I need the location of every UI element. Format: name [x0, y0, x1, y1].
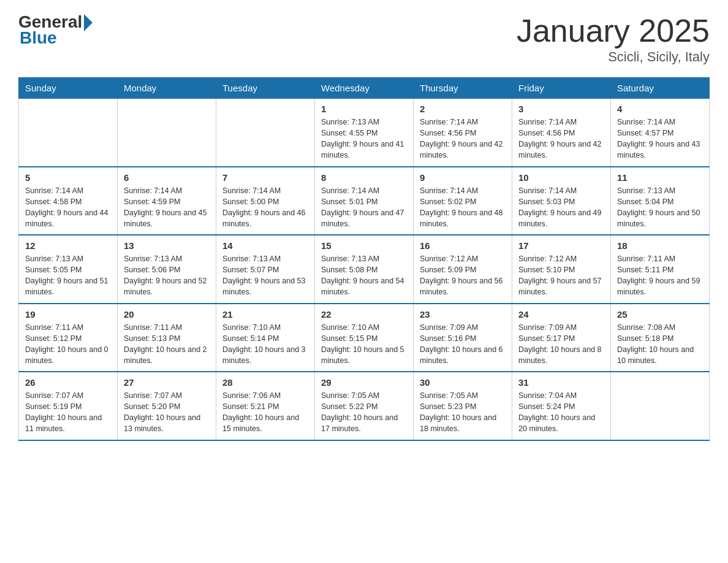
- day-info: Sunrise: 7:13 AM Sunset: 5:06 PM Dayligh…: [124, 253, 210, 298]
- week-row-5: 26Sunrise: 7:07 AM Sunset: 5:19 PM Dayli…: [19, 372, 710, 440]
- day-info: Sunrise: 7:11 AM Sunset: 5:11 PM Dayligh…: [617, 253, 703, 298]
- day-info: Sunrise: 7:14 AM Sunset: 5:03 PM Dayligh…: [518, 185, 604, 230]
- week-row-3: 12Sunrise: 7:13 AM Sunset: 5:05 PM Dayli…: [19, 235, 710, 304]
- day-cell: 16Sunrise: 7:12 AM Sunset: 5:09 PM Dayli…: [414, 235, 512, 304]
- day-cell: 3Sunrise: 7:14 AM Sunset: 4:56 PM Daylig…: [512, 99, 611, 167]
- day-cell: 11Sunrise: 7:13 AM Sunset: 5:04 PM Dayli…: [611, 167, 710, 236]
- day-info: Sunrise: 7:13 AM Sunset: 5:08 PM Dayligh…: [321, 253, 407, 298]
- week-row-1: 1Sunrise: 7:13 AM Sunset: 4:55 PM Daylig…: [19, 99, 710, 167]
- title-block: January 2025 Scicli, Sicily, Italy: [517, 12, 710, 65]
- day-cell: 7Sunrise: 7:14 AM Sunset: 5:00 PM Daylig…: [216, 167, 315, 236]
- day-info: Sunrise: 7:13 AM Sunset: 4:55 PM Dayligh…: [321, 117, 407, 161]
- header-cell-saturday: Saturday: [611, 78, 710, 99]
- day-number: 12: [25, 240, 111, 251]
- day-info: Sunrise: 7:07 AM Sunset: 5:19 PM Dayligh…: [25, 390, 111, 435]
- day-info: Sunrise: 7:08 AM Sunset: 5:18 PM Dayligh…: [617, 322, 703, 367]
- day-info: Sunrise: 7:14 AM Sunset: 4:56 PM Dayligh…: [518, 117, 604, 161]
- calendar-subtitle: Scicli, Sicily, Italy: [517, 49, 710, 65]
- week-row-4: 19Sunrise: 7:11 AM Sunset: 5:12 PM Dayli…: [19, 304, 710, 372]
- week-row-2: 5Sunrise: 7:14 AM Sunset: 4:58 PM Daylig…: [19, 167, 710, 236]
- day-number: 28: [222, 377, 308, 388]
- day-info: Sunrise: 7:10 AM Sunset: 5:14 PM Dayligh…: [222, 322, 308, 367]
- calendar-table: SundayMondayTuesdayWednesdayThursdayFrid…: [18, 77, 710, 441]
- day-info: Sunrise: 7:11 AM Sunset: 5:13 PM Dayligh…: [124, 322, 210, 367]
- calendar-title: January 2025: [517, 12, 710, 49]
- day-cell: 27Sunrise: 7:07 AM Sunset: 5:20 PM Dayli…: [118, 372, 216, 440]
- day-info: Sunrise: 7:05 AM Sunset: 5:23 PM Dayligh…: [420, 390, 506, 435]
- day-number: 2: [420, 104, 506, 114]
- day-cell: 23Sunrise: 7:09 AM Sunset: 5:16 PM Dayli…: [414, 304, 512, 372]
- calendar-header: SundayMondayTuesdayWednesdayThursdayFrid…: [19, 78, 710, 99]
- day-info: Sunrise: 7:07 AM Sunset: 5:20 PM Dayligh…: [124, 390, 210, 435]
- day-number: 13: [124, 240, 210, 251]
- day-number: 24: [518, 309, 604, 320]
- day-cell: 19Sunrise: 7:11 AM Sunset: 5:12 PM Dayli…: [19, 304, 118, 372]
- day-number: 16: [420, 240, 506, 251]
- day-number: 6: [124, 172, 210, 183]
- logo-blue-text: Blue: [20, 28, 57, 48]
- day-info: Sunrise: 7:14 AM Sunset: 4:57 PM Dayligh…: [617, 117, 703, 161]
- day-number: 3: [518, 104, 604, 114]
- day-info: Sunrise: 7:12 AM Sunset: 5:09 PM Dayligh…: [420, 253, 506, 298]
- header-cell-sunday: Sunday: [19, 78, 118, 99]
- day-number: 21: [222, 309, 308, 320]
- day-cell: 2Sunrise: 7:14 AM Sunset: 4:56 PM Daylig…: [414, 99, 512, 167]
- day-number: 29: [321, 377, 407, 388]
- day-info: Sunrise: 7:06 AM Sunset: 5:21 PM Dayligh…: [222, 390, 308, 435]
- day-number: 18: [617, 240, 703, 251]
- day-cell: 18Sunrise: 7:11 AM Sunset: 5:11 PM Dayli…: [611, 235, 710, 304]
- day-info: Sunrise: 7:13 AM Sunset: 5:05 PM Dayligh…: [25, 253, 111, 298]
- day-number: 25: [617, 309, 703, 320]
- header-cell-friday: Friday: [512, 78, 611, 99]
- day-cell: 15Sunrise: 7:13 AM Sunset: 5:08 PM Dayli…: [315, 235, 414, 304]
- header-cell-wednesday: Wednesday: [315, 78, 414, 99]
- day-number: 30: [420, 377, 506, 388]
- day-cell: [611, 372, 710, 440]
- day-number: 1: [321, 104, 407, 114]
- day-number: 19: [25, 309, 111, 320]
- header-cell-tuesday: Tuesday: [216, 78, 315, 99]
- day-cell: 9Sunrise: 7:14 AM Sunset: 5:02 PM Daylig…: [414, 167, 512, 236]
- day-cell: 20Sunrise: 7:11 AM Sunset: 5:13 PM Dayli…: [118, 304, 216, 372]
- day-number: 26: [25, 377, 111, 388]
- header-cell-thursday: Thursday: [414, 78, 512, 99]
- day-cell: 10Sunrise: 7:14 AM Sunset: 5:03 PM Dayli…: [512, 167, 611, 236]
- day-number: 27: [124, 377, 210, 388]
- header-row: SundayMondayTuesdayWednesdayThursdayFrid…: [19, 78, 710, 99]
- day-cell: 17Sunrise: 7:12 AM Sunset: 5:10 PM Dayli…: [512, 235, 611, 304]
- page-header: General Blue January 2025 Scicli, Sicily…: [18, 12, 710, 65]
- day-cell: 28Sunrise: 7:06 AM Sunset: 5:21 PM Dayli…: [216, 372, 315, 440]
- day-number: 22: [321, 309, 407, 320]
- day-number: 20: [124, 309, 210, 320]
- logo: General Blue: [18, 12, 93, 48]
- day-info: Sunrise: 7:14 AM Sunset: 5:01 PM Dayligh…: [321, 185, 407, 230]
- day-info: Sunrise: 7:12 AM Sunset: 5:10 PM Dayligh…: [518, 253, 604, 298]
- header-cell-monday: Monday: [118, 78, 216, 99]
- day-info: Sunrise: 7:14 AM Sunset: 4:59 PM Dayligh…: [124, 185, 210, 230]
- day-info: Sunrise: 7:04 AM Sunset: 5:24 PM Dayligh…: [518, 390, 604, 435]
- day-cell: 31Sunrise: 7:04 AM Sunset: 5:24 PM Dayli…: [512, 372, 611, 440]
- day-cell: 22Sunrise: 7:10 AM Sunset: 5:15 PM Dayli…: [315, 304, 414, 372]
- day-number: 5: [25, 172, 111, 183]
- day-info: Sunrise: 7:14 AM Sunset: 5:00 PM Dayligh…: [222, 185, 308, 230]
- day-info: Sunrise: 7:05 AM Sunset: 5:22 PM Dayligh…: [321, 390, 407, 435]
- day-cell: 29Sunrise: 7:05 AM Sunset: 5:22 PM Dayli…: [315, 372, 414, 440]
- day-cell: 5Sunrise: 7:14 AM Sunset: 4:58 PM Daylig…: [19, 167, 118, 236]
- day-info: Sunrise: 7:14 AM Sunset: 4:58 PM Dayligh…: [25, 185, 111, 230]
- day-info: Sunrise: 7:13 AM Sunset: 5:04 PM Dayligh…: [617, 185, 703, 230]
- day-number: 17: [518, 240, 604, 251]
- day-info: Sunrise: 7:11 AM Sunset: 5:12 PM Dayligh…: [25, 322, 111, 367]
- day-info: Sunrise: 7:09 AM Sunset: 5:16 PM Dayligh…: [420, 322, 506, 367]
- day-info: Sunrise: 7:09 AM Sunset: 5:17 PM Dayligh…: [518, 322, 604, 367]
- day-cell: 6Sunrise: 7:14 AM Sunset: 4:59 PM Daylig…: [118, 167, 216, 236]
- logo-arrow-icon: [84, 14, 93, 31]
- day-number: 23: [420, 309, 506, 320]
- day-info: Sunrise: 7:14 AM Sunset: 4:56 PM Dayligh…: [420, 117, 506, 161]
- day-number: 15: [321, 240, 407, 251]
- day-cell: [19, 99, 118, 167]
- day-cell: 13Sunrise: 7:13 AM Sunset: 5:06 PM Dayli…: [118, 235, 216, 304]
- day-cell: 12Sunrise: 7:13 AM Sunset: 5:05 PM Dayli…: [19, 235, 118, 304]
- day-cell: 30Sunrise: 7:05 AM Sunset: 5:23 PM Dayli…: [414, 372, 512, 440]
- day-cell: 26Sunrise: 7:07 AM Sunset: 5:19 PM Dayli…: [19, 372, 118, 440]
- day-number: 8: [321, 172, 407, 183]
